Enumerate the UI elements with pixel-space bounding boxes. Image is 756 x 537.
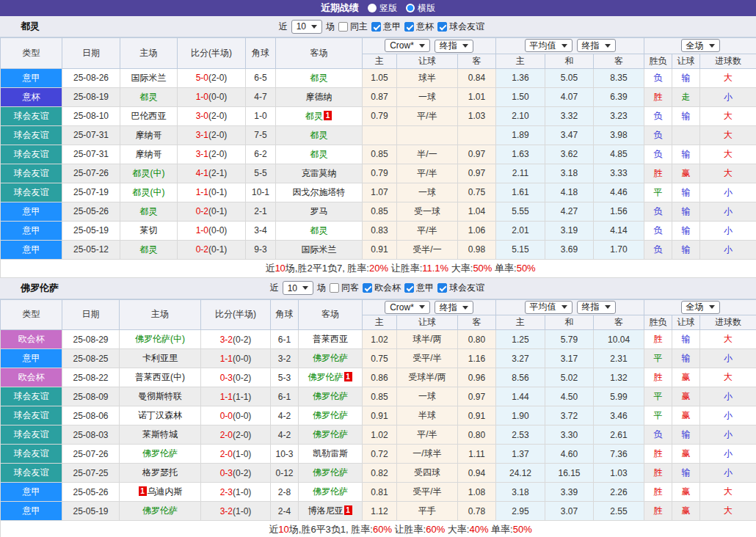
team-link[interactable]: 都灵(中) bbox=[133, 187, 165, 197]
checkbox-checked-icon[interactable] bbox=[404, 283, 414, 293]
team-link[interactable]: 莱切 bbox=[140, 225, 158, 235]
checkbox-checked-icon[interactable] bbox=[437, 283, 447, 293]
radio-horizontal-layout[interactable]: 横版 bbox=[406, 2, 435, 15]
odds-source-select[interactable]: 平均值 bbox=[525, 39, 573, 52]
corner-cell: 7-5 bbox=[246, 125, 276, 145]
league-filter-checkbox[interactable]: 意杯 bbox=[404, 21, 434, 33]
checkbox-checked-icon[interactable] bbox=[437, 22, 447, 32]
team-link[interactable]: 佛罗伦萨(中) bbox=[135, 334, 185, 344]
odds-source-select[interactable]: Crow* bbox=[385, 39, 430, 52]
halftime-score: (2-0) bbox=[208, 130, 227, 140]
match-row: 意甲25-05-19莱切1-0(0-0)3-4都灵0.83平/半1.062.01… bbox=[1, 221, 756, 240]
odds-source-select[interactable]: Crow* bbox=[385, 301, 430, 314]
team-link[interactable]: 佛罗伦萨 bbox=[313, 410, 348, 420]
average-odds-cell: 1.61 bbox=[496, 183, 545, 202]
same-venue-checkbox[interactable]: 同主 bbox=[338, 21, 368, 33]
topbar: 近期战绩 竖版 横版 bbox=[0, 0, 756, 16]
team-link[interactable]: 格罗瑟托 bbox=[142, 467, 178, 478]
team-link[interactable]: 乌迪内斯 bbox=[148, 486, 183, 497]
team-link[interactable]: 都灵 bbox=[310, 73, 328, 83]
date-cell: 25-08-29 bbox=[62, 330, 120, 349]
team-link[interactable]: 莱斯特城 bbox=[142, 429, 178, 439]
checkbox-checked-icon[interactable] bbox=[363, 283, 372, 293]
result-cell: 大 bbox=[700, 145, 756, 164]
team-link[interactable]: 摩纳哥 bbox=[136, 149, 162, 159]
radio-icon[interactable] bbox=[368, 4, 377, 12]
average-odds-cell: 3.19 bbox=[545, 221, 594, 240]
handicap-odds-cell: 0.91 bbox=[458, 406, 496, 425]
team-link[interactable]: 曼彻斯特联 bbox=[138, 391, 182, 401]
team-link[interactable]: 佛罗伦萨 bbox=[313, 391, 348, 401]
team-link[interactable]: 都灵(中) bbox=[133, 168, 165, 178]
team-link[interactable]: 佛罗伦萨 bbox=[313, 467, 348, 478]
checkbox-icon[interactable] bbox=[338, 22, 348, 32]
odds-source-select[interactable]: 全场 bbox=[681, 301, 720, 314]
team-link[interactable]: 卡利亚里 bbox=[142, 353, 178, 363]
team-link[interactable]: 博洛尼亚 bbox=[308, 505, 344, 516]
team-link[interactable]: 克雷莫纳 bbox=[302, 168, 337, 178]
team-link[interactable]: 国际米兰 bbox=[302, 244, 337, 255]
result-cell: 输 bbox=[672, 425, 700, 445]
summary-cell: 近10场,胜6平3负1, 胜率:60% 让胜率:60% 大率:40% 单率:50… bbox=[1, 521, 756, 537]
date-cell: 25-05-26 bbox=[62, 202, 120, 221]
team-link[interactable]: 都灵 bbox=[310, 130, 328, 140]
result-cell: 平 bbox=[644, 406, 672, 425]
checkbox-icon[interactable] bbox=[330, 283, 339, 293]
match-count-select[interactable]: 10 bbox=[291, 20, 322, 34]
odds-source-select[interactable]: 终指 bbox=[577, 39, 616, 52]
odds-source-select[interactable]: 平均值 bbox=[525, 301, 573, 314]
checkbox-label: 欧会杯 bbox=[374, 282, 401, 294]
odds-source-select[interactable]: 终指 bbox=[577, 301, 616, 314]
checkbox-checked-icon[interactable] bbox=[404, 22, 414, 32]
team-link[interactable]: 都灵 bbox=[305, 111, 323, 121]
team-link[interactable]: 国际米兰 bbox=[131, 73, 167, 83]
team-link[interactable]: 都灵 bbox=[140, 206, 158, 216]
league-filter-checkbox[interactable]: 意甲 bbox=[371, 21, 401, 33]
team-link[interactable]: 佛罗伦萨 bbox=[313, 429, 348, 439]
team-link[interactable]: 都灵 bbox=[310, 149, 328, 159]
match-row: 意甲25-05-12都灵0-2(0-1)9-3国际米兰0.91受半/一0.985… bbox=[1, 240, 756, 259]
same-venue-checkbox[interactable]: 同客 bbox=[330, 282, 359, 294]
league-filter-checkbox[interactable]: 球会友谊 bbox=[437, 282, 484, 294]
team-link[interactable]: 都灵 bbox=[140, 92, 158, 102]
odds-source-select[interactable]: 全场 bbox=[681, 39, 720, 52]
team-link[interactable]: 佛罗伦萨 bbox=[313, 486, 348, 497]
handicap-odds-cell: 受一球 bbox=[397, 202, 458, 221]
odds-source-select[interactable]: 终指 bbox=[435, 40, 473, 53]
team-link[interactable]: 摩纳哥 bbox=[136, 130, 162, 140]
fulltime-score: 3-1 bbox=[196, 149, 208, 159]
team-link[interactable]: 佛罗伦萨 bbox=[142, 448, 178, 459]
fulltime-score: 3-0 bbox=[196, 111, 208, 121]
halftime-score: (2-0) bbox=[208, 73, 227, 83]
team-link[interactable]: 都灵 bbox=[140, 244, 158, 255]
header-row: 类型日期主场比分(半场)角球客场Crow*终指平均值终指全场 bbox=[1, 299, 756, 315]
radio-icon[interactable] bbox=[406, 4, 415, 12]
team-link[interactable]: 罗马 bbox=[310, 206, 328, 216]
team-link[interactable]: 摩德纳 bbox=[306, 92, 332, 102]
average-odds-cell: 1.63 bbox=[496, 145, 545, 164]
corner-cell: 5-5 bbox=[246, 164, 276, 183]
checkbox-checked-icon[interactable] bbox=[371, 22, 381, 32]
league-filter-checkbox[interactable]: 意甲 bbox=[404, 282, 434, 294]
fulltime-score: 2-0 bbox=[220, 449, 233, 459]
odds-source-select[interactable]: 终指 bbox=[435, 301, 473, 314]
team-link[interactable]: 都灵 bbox=[310, 225, 328, 235]
league-filter-checkbox[interactable]: 欧会杯 bbox=[363, 282, 401, 294]
match-count-select[interactable]: 10 bbox=[283, 281, 313, 295]
league-filter-checkbox[interactable]: 球会友谊 bbox=[437, 21, 484, 33]
team-link[interactable]: 普莱西亚(中) bbox=[135, 372, 185, 382]
column-header: 客场 bbox=[276, 38, 363, 69]
team-link[interactable]: 凯勒雷斯 bbox=[313, 448, 348, 459]
team-link[interactable]: 普莱西亚 bbox=[313, 334, 348, 344]
team-link[interactable]: 佛罗伦萨 bbox=[313, 353, 348, 363]
checkbox-label: 同主 bbox=[350, 21, 368, 33]
radio-vertical-layout[interactable]: 竖版 bbox=[368, 2, 397, 15]
team-link[interactable]: 因戈尔施塔特 bbox=[293, 187, 346, 197]
average-odds-cell: 1.37 bbox=[496, 445, 545, 464]
column-header: 类型 bbox=[1, 38, 62, 69]
team-link[interactable]: 巴伦西亚 bbox=[131, 111, 167, 121]
team-link[interactable]: 佛罗伦萨 bbox=[142, 505, 178, 516]
summary-segment: 让胜率: bbox=[392, 524, 426, 535]
team-link[interactable]: 佛罗伦萨 bbox=[308, 372, 344, 382]
team-link[interactable]: 诺丁汉森林 bbox=[138, 410, 182, 420]
